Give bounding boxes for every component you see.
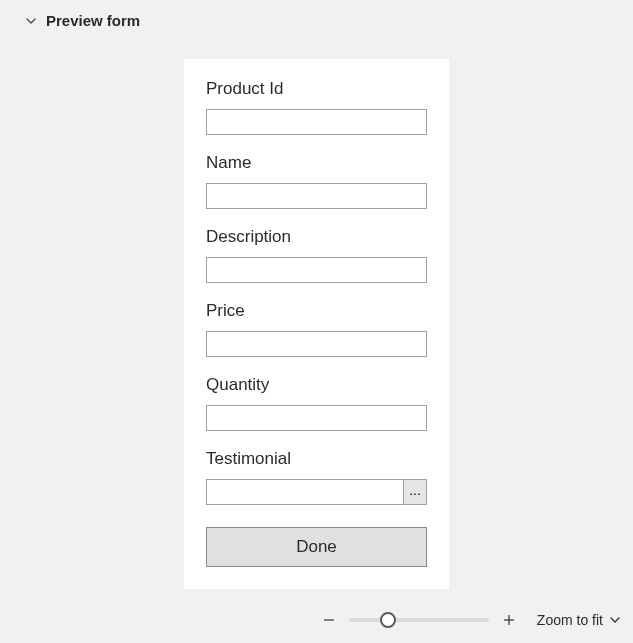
field-description: Description	[206, 227, 427, 283]
name-input[interactable]	[206, 183, 427, 209]
product-id-input[interactable]	[206, 109, 427, 135]
done-button[interactable]: Done	[206, 527, 427, 567]
footer-zoom-controls: Zoom to fit	[0, 605, 633, 635]
field-label: Description	[206, 227, 427, 247]
zoom-to-fit-label: Zoom to fit	[537, 612, 603, 628]
testimonial-picker-button[interactable]: ...	[403, 479, 427, 505]
field-label: Quantity	[206, 375, 427, 395]
zoom-out-button[interactable]	[319, 610, 339, 630]
zoom-slider[interactable]	[349, 618, 489, 622]
field-testimonial: Testimonial ...	[206, 449, 427, 505]
description-input[interactable]	[206, 257, 427, 283]
price-input[interactable]	[206, 331, 427, 357]
section-title: Preview form	[46, 12, 140, 29]
field-product-id: Product Id	[206, 79, 427, 135]
minus-icon	[322, 613, 336, 627]
field-label: Product Id	[206, 79, 427, 99]
chevron-down-icon	[24, 14, 38, 28]
field-label: Testimonial	[206, 449, 427, 469]
field-price: Price	[206, 301, 427, 357]
plus-icon	[502, 613, 516, 627]
form-preview-card: Product Id Name Description Price Quanti…	[184, 59, 449, 589]
field-label: Name	[206, 153, 427, 173]
quantity-input[interactable]	[206, 405, 427, 431]
zoom-to-fit-button[interactable]: Zoom to fit	[537, 612, 621, 628]
testimonial-input[interactable]	[206, 479, 404, 505]
field-name: Name	[206, 153, 427, 209]
field-label: Price	[206, 301, 427, 321]
field-quantity: Quantity	[206, 375, 427, 431]
zoom-in-button[interactable]	[499, 610, 519, 630]
zoom-slider-thumb[interactable]	[380, 612, 396, 628]
section-header[interactable]: Preview form	[0, 0, 633, 41]
chevron-down-icon	[609, 614, 621, 626]
